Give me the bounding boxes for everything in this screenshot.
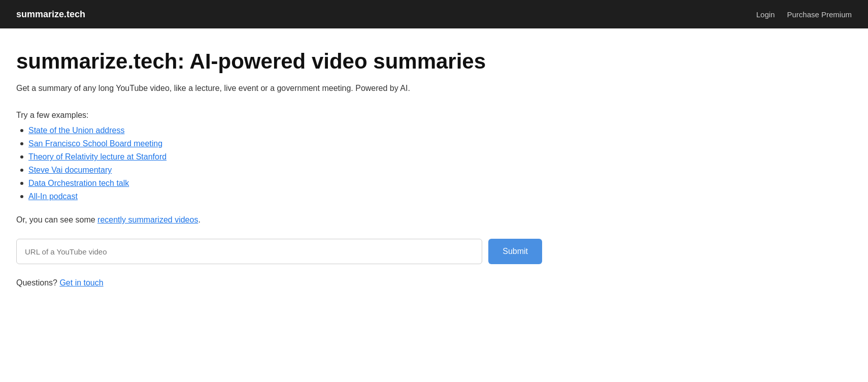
examples-list: State of the Union address San Francisco… — [16, 126, 542, 201]
list-item: Theory of Relativity lecture at Stanford — [20, 152, 542, 162]
navbar-links: Login Purchase Premium — [756, 10, 852, 19]
recently-suffix: . — [198, 215, 200, 224]
recently-text: Or, you can see some recently summarized… — [16, 215, 542, 225]
login-link[interactable]: Login — [756, 10, 775, 19]
page-title: summarize.tech: AI-powered video summari… — [16, 49, 542, 74]
bullet-icon — [20, 182, 23, 185]
main-content: summarize.tech: AI-powered video summari… — [0, 28, 558, 308]
questions-prefix: Questions? — [16, 278, 59, 287]
navbar: summarize.tech Login Purchase Premium — [0, 0, 868, 28]
questions-text: Questions? Get in touch — [16, 278, 542, 288]
list-item: All-In podcast — [20, 192, 542, 201]
bullet-icon — [20, 142, 23, 145]
bullet-icon — [20, 169, 23, 172]
url-input[interactable] — [16, 239, 482, 264]
bullet-icon — [20, 129, 23, 132]
recently-summarized-link[interactable]: recently summarized videos — [97, 215, 198, 224]
example-link-state-of-union[interactable]: State of the Union address — [28, 126, 124, 135]
bullet-icon — [20, 195, 23, 198]
list-item: Data Orchestration tech talk — [20, 179, 542, 188]
examples-label: Try a few examples: — [16, 111, 542, 120]
bullet-icon — [20, 155, 23, 158]
purchase-premium-link[interactable]: Purchase Premium — [787, 10, 852, 19]
submit-button[interactable]: Submit — [488, 239, 542, 264]
brand-logo[interactable]: summarize.tech — [16, 9, 85, 20]
get-in-touch-link[interactable]: Get in touch — [59, 278, 103, 287]
page-description: Get a summary of any long YouTube video,… — [16, 82, 542, 94]
example-link-relativity[interactable]: Theory of Relativity lecture at Stanford — [28, 152, 166, 162]
list-item: San Francisco School Board meeting — [20, 139, 542, 148]
list-item: State of the Union address — [20, 126, 542, 135]
recently-prefix: Or, you can see some — [16, 215, 97, 224]
example-link-steve-vai[interactable]: Steve Vai documentary — [28, 166, 112, 175]
example-link-sf-school-board[interactable]: San Francisco School Board meeting — [28, 139, 162, 148]
url-input-row: Submit — [16, 239, 542, 264]
list-item: Steve Vai documentary — [20, 166, 542, 175]
example-link-allin-podcast[interactable]: All-In podcast — [28, 192, 78, 201]
example-link-data-orchestration[interactable]: Data Orchestration tech talk — [28, 179, 129, 188]
